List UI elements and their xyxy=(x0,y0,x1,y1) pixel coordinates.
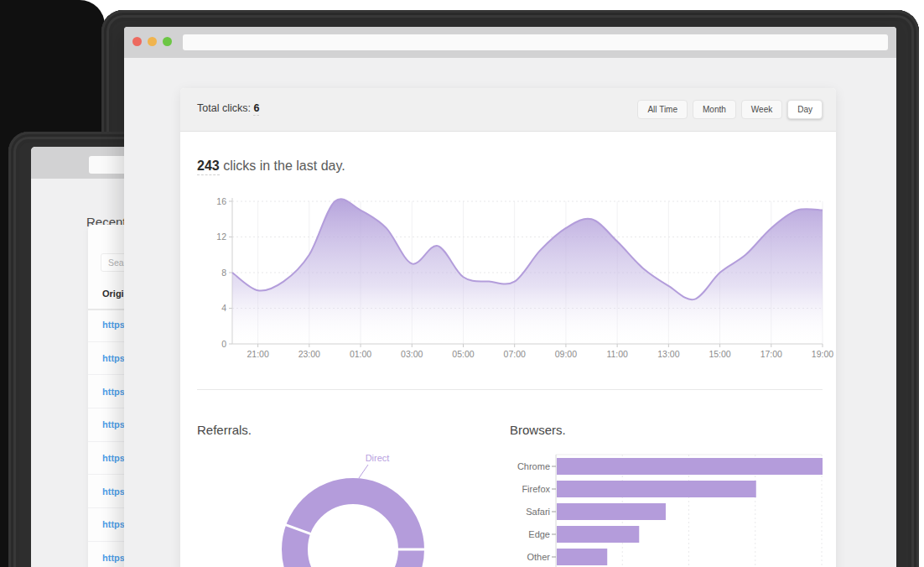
bar-firefox[interactable] xyxy=(557,481,756,497)
x-axis-label: 03:00 xyxy=(401,349,423,359)
bar-chrome[interactable] xyxy=(557,458,823,475)
bar-label-safari: Safari xyxy=(526,507,550,517)
range-buttons: All TimeMonthWeekDay xyxy=(637,100,823,119)
x-axis-label: 23:00 xyxy=(298,349,320,359)
front-browser-window: Total clicks: 6 All TimeMonthWeekDay 243… xyxy=(124,27,896,567)
bar-safari[interactable] xyxy=(557,503,666,520)
total-clicks-value: 6 xyxy=(253,102,259,116)
x-axis-label: 09:00 xyxy=(555,349,577,359)
range-button-week[interactable]: Week xyxy=(741,100,782,119)
minimize-button-icon[interactable] xyxy=(148,37,157,46)
referrals-title: Referrals. xyxy=(197,423,252,437)
close-button-icon[interactable] xyxy=(132,37,142,46)
total-clicks-text: Total clicks: xyxy=(197,102,251,114)
section-divider xyxy=(197,389,823,390)
bar-edge[interactable] xyxy=(557,526,639,543)
x-axis-label: 07:00 xyxy=(504,349,526,359)
screenshot-stage: Recent Original https://https://https://… xyxy=(0,0,924,567)
bar-other[interactable] xyxy=(557,549,607,565)
x-axis-label: 17:00 xyxy=(760,349,782,359)
x-axis-label: 05:00 xyxy=(452,349,474,359)
donut-ring[interactable] xyxy=(295,492,412,567)
segment-label-direct: Direct xyxy=(366,453,390,463)
y-axis-label: 12 xyxy=(216,231,226,242)
x-axis-label: 11:00 xyxy=(606,349,628,359)
x-axis-label: 21:00 xyxy=(247,349,268,359)
browsers-bar-chart: ChromeFirefoxSafariEdgeOther xyxy=(510,447,837,567)
y-axis-label: 8 xyxy=(221,268,226,278)
clicks-headline-rest: clicks in the last day. xyxy=(220,159,345,173)
clicks-count: 243 xyxy=(197,159,220,175)
total-clicks-label: Total clicks: 6 xyxy=(197,102,259,114)
browsers-title: Browsers. xyxy=(510,423,566,437)
x-axis-label: 19:00 xyxy=(812,349,833,359)
bar-label-edge: Edge xyxy=(528,529,550,539)
y-axis-label: 16 xyxy=(216,196,226,206)
bar-label-chrome: Chrome xyxy=(517,461,550,471)
bar-label-other: Other xyxy=(527,552,550,562)
analytics-card: Total clicks: 6 All TimeMonthWeekDay 243… xyxy=(180,88,836,567)
area-fill xyxy=(232,199,823,344)
x-axis-label: 13:00 xyxy=(657,349,679,359)
zoom-button-icon[interactable] xyxy=(163,37,172,46)
x-axis-label: 15:00 xyxy=(709,349,730,359)
address-bar[interactable] xyxy=(183,34,888,50)
card-header: Total clicks: 6 All TimeMonthWeekDay xyxy=(180,88,836,132)
front-browser-toolbar xyxy=(124,27,896,58)
range-button-month[interactable]: Month xyxy=(693,100,736,119)
y-axis-label: 4 xyxy=(221,303,226,313)
referrals-donut-chart: Direct xyxy=(267,447,443,567)
x-axis-label: 01:00 xyxy=(350,349,371,359)
front-window-controls xyxy=(132,37,172,46)
y-axis-label: 0 xyxy=(221,339,226,349)
clicks-headline: 243 clicks in the last day. xyxy=(197,159,345,174)
range-button-all-time[interactable]: All Time xyxy=(637,100,688,119)
range-button-day[interactable]: Day xyxy=(787,100,823,119)
clicks-area-chart: 21:0023:0001:0003:0005:0007:0009:0011:00… xyxy=(205,193,836,366)
bar-label-firefox: Firefox xyxy=(522,484,550,494)
label-leader-line xyxy=(359,465,368,478)
